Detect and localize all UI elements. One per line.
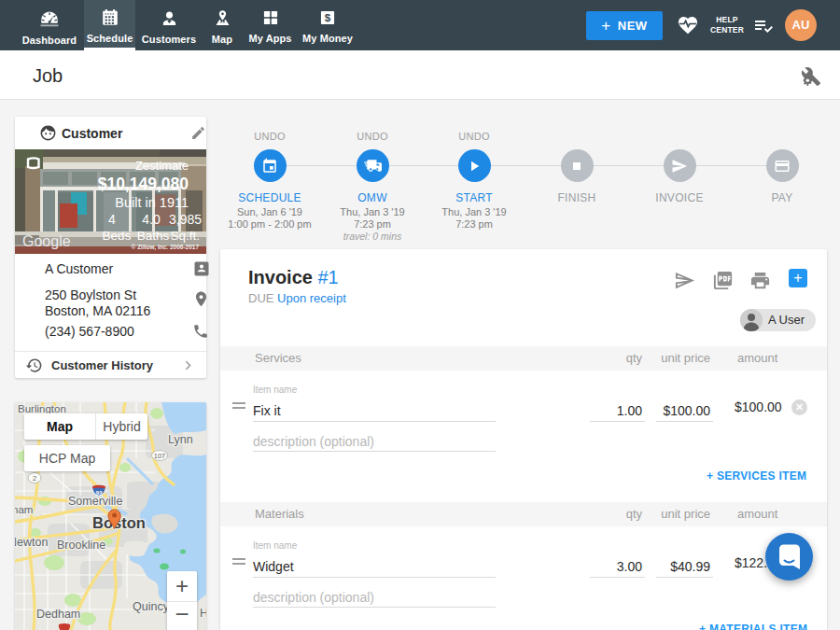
svg-text:Somerville: Somerville (68, 495, 122, 508)
svg-text:Sq.ft.: Sq.ft. (170, 229, 200, 243)
svg-text:3,985: 3,985 (169, 212, 202, 227)
svg-text:Brookline: Brookline (57, 539, 105, 552)
svg-text:93: 93 (95, 490, 103, 497)
svg-text:Newton: Newton (15, 536, 48, 549)
svg-text:Lynn: Lynn (168, 433, 193, 446)
svg-text:Beds: Beds (103, 229, 132, 243)
svg-text:Baths: Baths (137, 229, 170, 243)
svg-text:Quincy: Quincy (133, 600, 170, 613)
svg-text:$10,149,080: $10,149,080 (98, 175, 189, 193)
svg-text:4.0: 4.0 (142, 212, 161, 227)
svg-text:Hi: Hi (200, 607, 206, 620)
svg-text:Dedham: Dedham (36, 608, 80, 621)
svg-text:2: 2 (33, 474, 36, 483)
svg-text:107: 107 (154, 452, 166, 460)
svg-text:ham: ham (15, 504, 33, 515)
svg-text:© Zillow, Inc. 2006-2017: © Zillow, Inc. 2006-2017 (132, 244, 200, 251)
svg-text:Zestimate: Zestimate (135, 159, 189, 173)
svg-text:Google: Google (22, 233, 71, 249)
svg-text:Built in 1911: Built in 1911 (115, 195, 189, 210)
svg-text:$: $ (325, 11, 331, 23)
svg-text:4: 4 (108, 212, 116, 227)
